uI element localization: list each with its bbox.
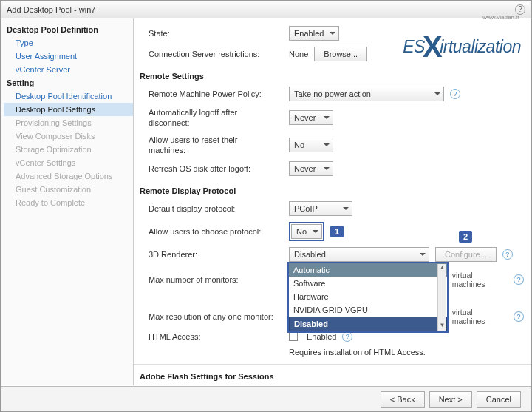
renderer-dropdown[interactable]: Automatic Software Hardware NVIDIA GRID … <box>287 262 449 333</box>
section-remote-settings: Remote Settings <box>140 72 524 81</box>
choose-label: Allow users to choose protocol: <box>149 226 274 237</box>
brand-logo: www.vladan.fr ESXirtualization <box>358 26 521 61</box>
html-note: Requires installation of HTML Access. <box>289 348 426 357</box>
chevron-down-icon[interactable]: ▼ <box>438 322 446 331</box>
sidebar-item-pool-identification[interactable]: Desktop Pool Identification <box>4 90 133 103</box>
sidebar-item-type[interactable]: Type <box>4 36 133 50</box>
sidebar-item-guest-custom: Guest Customization <box>4 183 133 196</box>
sidebar-item-composer-disks: View Composer Disks <box>4 129 133 143</box>
proto-label: Default display protocol: <box>149 203 274 214</box>
renderer-option-disabled[interactable]: Disabled <box>289 317 447 331</box>
section-flash: Adobe Flash Settings for Sessions <box>140 372 524 381</box>
sidebar: Desktop Pool Definition Type User Assign… <box>1 18 134 385</box>
wizard-footer: < Back Next > Cancel <box>1 386 531 411</box>
logoff-select[interactable]: Never <box>289 110 333 125</box>
sidebar-item-ready: Ready to Complete <box>4 196 133 209</box>
power-select[interactable]: Take no power action <box>289 87 444 101</box>
renderer-option-automatic[interactable]: Automatic <box>289 263 447 277</box>
power-label: Remote Machine Power Policy: <box>149 89 274 99</box>
sidebar-header-setting: Setting <box>4 76 133 90</box>
reset-label: Allow users to reset their machines: <box>149 135 274 156</box>
chevron-up-icon[interactable]: ▲ <box>438 264 446 273</box>
maxres-label: Max resolution of any one monitor: <box>149 311 274 322</box>
logoff-label: Automatically logoff after disconnect: <box>149 107 274 129</box>
html-access-checkbox[interactable] <box>289 332 298 341</box>
renderer-option-nvidia-grid-vgpu[interactable]: NVIDIA GRID VGPU <box>289 303 447 317</box>
annotation-1: 1 <box>330 226 344 237</box>
conn-value: None <box>289 50 308 58</box>
choose-select[interactable]: No <box>291 224 322 239</box>
sidebar-item-vcenter-server[interactable]: vCenter Server <box>4 63 133 76</box>
proto-select[interactable]: PCoIP <box>289 201 352 216</box>
help-icon[interactable]: ? <box>450 89 460 99</box>
renderer-option-software[interactable]: Software <box>289 277 447 290</box>
configure-button[interactable]: Configure... <box>435 247 497 262</box>
annotation-2: 2 <box>459 231 472 243</box>
cancel-button[interactable]: Cancel <box>477 391 521 408</box>
window-title: Add Desktop Pool - win7 <box>7 1 95 18</box>
help-icon[interactable]: ? <box>502 249 513 260</box>
renderer-label: 3D Renderer: <box>149 249 274 260</box>
sidebar-item-vcenter-settings: vCenter Settings <box>4 156 133 169</box>
sidebar-item-provisioning: Provisioning Settings <box>4 116 133 129</box>
help-icon[interactable]: ? <box>342 331 352 342</box>
refresh-select[interactable]: Never <box>289 161 333 176</box>
sidebar-item-user-assignment[interactable]: User Assignment <box>4 50 133 63</box>
sidebar-item-pool-settings[interactable]: Desktop Pool Settings <box>4 103 133 116</box>
help-icon[interactable]: ? <box>514 274 524 285</box>
monitors-label: Max number of monitors: <box>149 274 274 285</box>
refresh-label: Refresh OS disk after logoff: <box>149 163 274 174</box>
html-checkbox-label: Enabled <box>307 332 336 341</box>
sidebar-header-definition: Desktop Pool Definition <box>4 23 133 36</box>
help-icon[interactable]: ? <box>515 4 525 15</box>
monitors-note: virtual machines <box>452 271 508 288</box>
titlebar: Add Desktop Pool - win7 ? <box>1 1 531 18</box>
dropdown-scrollbar[interactable]: ▲ ▼ <box>437 264 446 331</box>
conn-label: Connection Server restrictions: <box>149 49 274 59</box>
sidebar-item-storage-opt: Storage Optimization <box>4 143 133 156</box>
help-icon[interactable]: ? <box>514 311 524 322</box>
main-panel: State: Enabled Connection Server restric… <box>134 18 531 385</box>
sidebar-item-adv-storage: Advanced Storage Options <box>4 169 133 183</box>
state-label: State: <box>149 28 274 38</box>
renderer-select[interactable]: Disabled <box>289 247 429 262</box>
renderer-option-hardware[interactable]: Hardware <box>289 290 447 303</box>
reset-select[interactable]: No <box>289 138 333 152</box>
maxres-note: virtual machines <box>452 308 508 325</box>
html-label: HTML Access: <box>149 331 274 342</box>
callout-1: No <box>289 222 324 241</box>
logo-url: www.vladan.fr <box>482 14 519 21</box>
section-remote-display: Remote Display Protocol <box>140 186 524 195</box>
next-button[interactable]: Next > <box>429 391 472 408</box>
state-select[interactable]: Enabled <box>289 26 339 41</box>
back-button[interactable]: < Back <box>381 391 425 408</box>
